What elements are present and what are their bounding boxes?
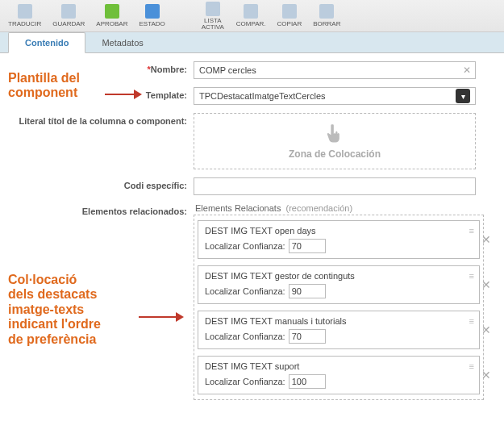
literal-dropzone[interactable]: Zona de Colocación [194, 113, 476, 169]
svg-marker-1 [134, 90, 142, 99]
related-item: DEST IMG TEXT suport Localizar Confianza… [198, 356, 480, 394]
copiar-button[interactable]: COPIAR [273, 2, 307, 29]
arrow-right-icon [103, 87, 142, 102]
arrow-right-icon [137, 310, 184, 324]
compar-button[interactable]: COMPAR. [231, 2, 271, 29]
status-icon [145, 4, 160, 19]
related-item-confidence: Localizar Confianza: [205, 239, 460, 253]
remove-item-icon[interactable]: ✕ [481, 278, 491, 291]
clear-nombre-icon[interactable]: ✕ [463, 65, 471, 76]
remove-item-icon[interactable]: ✕ [481, 323, 491, 336]
codi-input[interactable] [194, 177, 476, 195]
related-head: Elements Relacionats (recomendación) [194, 203, 496, 213]
aprobar-button[interactable]: APROBAR [91, 2, 132, 29]
estado-button[interactable]: ESTADO [134, 2, 169, 29]
aprobar-label: APROBAR [96, 20, 127, 27]
related-item: DEST IMG TEXT gestor de continguts Local… [198, 265, 480, 304]
tab-metadatos[interactable]: Metadatos [85, 33, 159, 52]
borrar-label: BORRAR [313, 20, 340, 27]
dropzone-text: Zona de Colocación [289, 148, 381, 160]
lista-activa-button[interactable]: LISTA ACTIVA [196, 0, 230, 32]
lista-activa-label: LISTA ACTIVA [202, 18, 224, 31]
copiar-label: COPIAR [277, 20, 302, 27]
confidence-input[interactable] [289, 329, 326, 344]
hand-pointer-icon [323, 123, 346, 145]
drag-handle-icon[interactable]: ≡ [469, 271, 474, 281]
annotation-bottom: Col·locació dels destacats imatge-texts … [8, 273, 101, 347]
remove-item-icon[interactable]: ✕ [481, 369, 491, 382]
codi-label: Codi específic: [8, 177, 194, 190]
related-label: Elementos relacionados: [8, 203, 194, 216]
guardar-button[interactable]: GUARDAR [48, 2, 90, 29]
save-icon [61, 4, 76, 19]
template-value: TPCDestacatImatgeTextCercles [199, 91, 326, 101]
estado-label: ESTADO [139, 20, 165, 27]
related-list: DEST IMG TEXT open days Localizar Confia… [194, 215, 484, 400]
globe-icon [18, 4, 32, 19]
related-item-title: DEST IMG TEXT manuals i tutorials [205, 316, 460, 326]
borrar-button[interactable]: BORRAR [308, 2, 345, 29]
related-item-title: DEST IMG TEXT open days [205, 226, 460, 236]
related-item: DEST IMG TEXT open days Localizar Confia… [198, 220, 480, 259]
drag-handle-icon[interactable]: ≡ [469, 316, 474, 326]
nombre-input[interactable] [194, 61, 476, 79]
traducir-label: TRADUCIR [8, 20, 41, 27]
drag-handle-icon[interactable]: ≡ [469, 361, 474, 371]
related-item-title: DEST IMG TEXT suport [205, 361, 460, 371]
tab-contenido[interactable]: Contenido [8, 32, 85, 53]
guardar-label: GUARDAR [52, 20, 85, 27]
template-select[interactable]: TPCDestacatImatgeTextCercles ▾ [194, 87, 476, 105]
share-icon [244, 4, 258, 19]
copy-icon [282, 4, 297, 19]
compar-label: COMPAR. [236, 20, 266, 27]
list-icon [206, 2, 220, 16]
related-item-title: DEST IMG TEXT gestor de continguts [205, 271, 460, 281]
main-panel: *Nombre: ✕ Template: TPCDestacatImatgeTe… [0, 53, 504, 438]
related-item: DEST IMG TEXT manuals i tutorials Locali… [198, 311, 480, 349]
svg-marker-3 [176, 312, 184, 322]
literal-label: Literal títol de la columna o component: [8, 113, 194, 126]
chevron-down-icon: ▾ [456, 89, 470, 103]
trash-icon [319, 4, 334, 19]
app-toolbar: TRADUCIR GUARDAR APROBAR ESTADO LISTA AC… [0, 0, 504, 32]
tabbar: Contenido Metadatos [0, 32, 504, 53]
confidence-input[interactable] [289, 284, 326, 298]
confidence-input[interactable] [289, 239, 326, 253]
related-item-confidence: Localizar Confianza: [205, 374, 460, 389]
related-item-confidence: Localizar Confianza: [205, 329, 460, 344]
confidence-input[interactable] [289, 374, 326, 389]
annotation-top: Plantilla del component [8, 71, 80, 101]
related-item-confidence: Localizar Confianza: [205, 284, 460, 298]
remove-item-icon[interactable]: ✕ [481, 233, 491, 246]
check-icon [105, 4, 119, 19]
drag-handle-icon[interactable]: ≡ [469, 226, 474, 236]
traducir-button[interactable]: TRADUCIR [3, 2, 46, 29]
